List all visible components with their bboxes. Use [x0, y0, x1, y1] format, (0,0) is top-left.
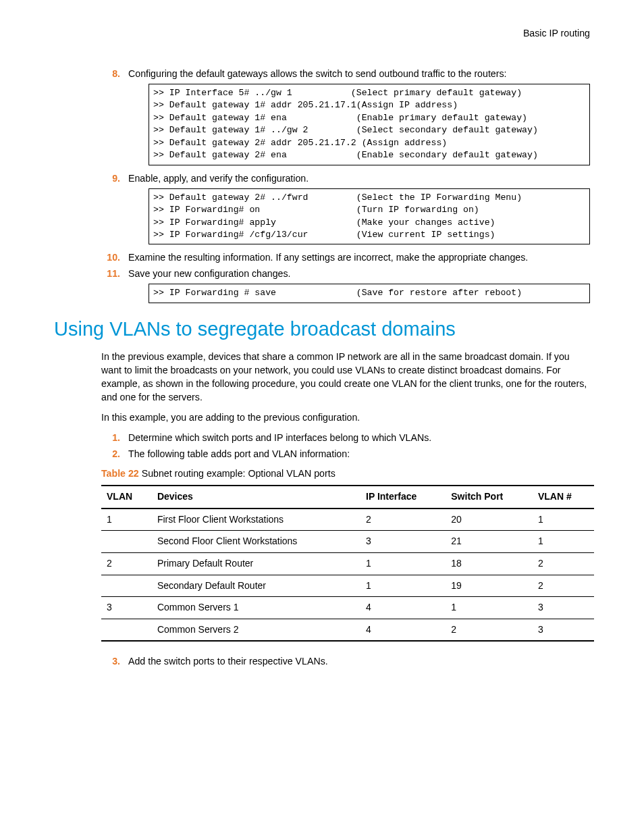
code-block-8: >> IP Interface 5# ../gw 1 (Select prima…: [149, 84, 590, 165]
cell: 1: [360, 553, 446, 575]
cell: [101, 619, 152, 641]
step-text: Add the switch ports to their respective…: [128, 656, 328, 667]
cell: 3: [360, 531, 446, 553]
th-ipif: IP Interface: [360, 486, 446, 509]
step-text: Enable, apply, and verify the configurat…: [128, 173, 308, 184]
cell: 2: [101, 553, 152, 575]
cell: 4: [360, 619, 446, 641]
cell: 20: [446, 509, 533, 531]
step-text: Examine the resulting information. If an…: [128, 252, 528, 263]
table-row: 3 Common Servers 1 4 1 3: [101, 597, 594, 619]
table-row: 1 First Floor Client Workstations 2 20 1: [101, 509, 594, 531]
cell: Second Floor Client Workstations: [152, 531, 360, 553]
code-block-9: >> Default gateway 2# ../fwrd (Select th…: [149, 188, 590, 245]
th-vlan: VLAN: [101, 486, 152, 509]
cell: 1: [446, 597, 533, 619]
table-title: Table 22 Subnet routing example: Optiona…: [101, 467, 590, 481]
step-text: Configuring the default gateways allows …: [128, 68, 506, 79]
cell: 2: [533, 575, 594, 597]
steps-list-a3: 10. Examine the resulting information. I…: [54, 251, 590, 281]
cell: Common Servers 2: [152, 619, 360, 641]
step-b1: 1. Determine which switch ports and IP i…: [54, 432, 590, 445]
step-number: 2.: [101, 448, 120, 461]
cell: 1: [533, 531, 594, 553]
step-8: 8. Configuring the default gateways allo…: [54, 68, 590, 81]
cell: 2: [360, 509, 446, 531]
step-11: 11. Save your new configuration changes.: [54, 267, 590, 281]
step-number: 3.: [101, 655, 120, 669]
step-10: 10. Examine the resulting information. I…: [54, 251, 590, 265]
th-devices: Devices: [152, 486, 360, 509]
code-block-11: >> IP Forwarding # save (Save for restor…: [149, 284, 590, 303]
cell: 1: [533, 509, 594, 531]
table-row: Common Servers 2 4 2 3: [101, 619, 594, 641]
cell: 2: [446, 619, 533, 641]
table-caption: Subnet routing example: Optional VLAN po…: [142, 468, 336, 479]
paragraph-1: In the previous example, devices that sh…: [101, 350, 590, 405]
step-text: Save your new configuration changes.: [128, 268, 291, 279]
step-text: The following table adds port and VLAN i…: [128, 448, 350, 459]
cell: 2: [533, 553, 594, 575]
th-vlannum: VLAN #: [533, 486, 594, 509]
steps-list-b: 1. Determine which switch ports and IP i…: [54, 432, 590, 461]
cell: Common Servers 1: [152, 597, 360, 619]
step-text: Determine which switch ports and IP inte…: [128, 432, 431, 443]
steps-list-a2: 9. Enable, apply, and verify the configu…: [54, 172, 590, 186]
cell: Primary Default Router: [152, 553, 360, 575]
cell: First Floor Client Workstations: [152, 509, 360, 531]
table-header-row: VLAN Devices IP Interface Switch Port VL…: [101, 486, 594, 509]
cell: 3: [101, 597, 152, 619]
paragraph-2: In this example, you are adding to the p…: [101, 411, 590, 425]
cell: 4: [360, 597, 446, 619]
step-9: 9. Enable, apply, and verify the configu…: [54, 172, 590, 186]
table-label: Table 22: [101, 468, 139, 479]
step-number: 11.: [101, 267, 120, 281]
steps-list-c: 3. Add the switch ports to their respect…: [54, 655, 590, 669]
step-number: 10.: [101, 251, 120, 265]
cell: 3: [533, 597, 594, 619]
cell: [101, 531, 152, 553]
cell: 1: [101, 509, 152, 531]
steps-list-a: 8. Configuring the default gateways allo…: [54, 68, 590, 81]
page-header-right: Basic IP routing: [54, 27, 590, 41]
cell: [101, 575, 152, 597]
step-c3: 3. Add the switch ports to their respect…: [54, 655, 590, 669]
cell: Secondary Default Router: [152, 575, 360, 597]
cell: 19: [446, 575, 533, 597]
step-b2: 2. The following table adds port and VLA…: [54, 448, 590, 461]
cell: 3: [533, 619, 594, 641]
th-port: Switch Port: [446, 486, 533, 509]
step-number: 1.: [101, 432, 120, 445]
vlan-table: VLAN Devices IP Interface Switch Port VL…: [101, 485, 594, 642]
section-heading: Using VLANs to segregate broadcast domai…: [54, 315, 590, 343]
cell: 21: [446, 531, 533, 553]
step-number: 9.: [101, 172, 120, 186]
cell: 18: [446, 553, 533, 575]
table-row: Secondary Default Router 1 19 2: [101, 575, 594, 597]
table-row: Second Floor Client Workstations 3 21 1: [101, 531, 594, 553]
step-number: 8.: [101, 68, 120, 81]
table-row: 2 Primary Default Router 1 18 2: [101, 553, 594, 575]
cell: 1: [360, 575, 446, 597]
